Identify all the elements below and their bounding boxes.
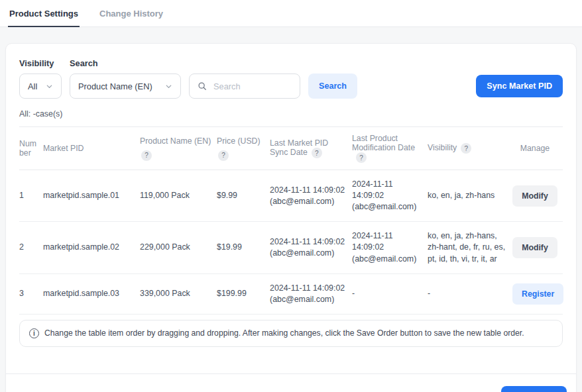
cell-last-sync-date: 2024-11-11 14:09:02 (abc@email.com)	[270, 170, 352, 222]
cell-visibility: -	[428, 273, 512, 314]
search-input[interactable]	[212, 81, 292, 92]
column-header-price-usd: Price (USD)?	[217, 127, 270, 170]
cell-manage: Modify	[512, 222, 563, 273]
tab-bar: Product Settings Change History	[0, 0, 582, 27]
table-row[interactable]: 2marketpid.sample.02229,000 Pack$19.9920…	[19, 222, 563, 273]
help-icon[interactable]: ?	[356, 152, 367, 163]
column-header-manage: Manage	[512, 127, 563, 170]
visibility-label: Visibility	[19, 58, 62, 68]
column-header-label: Manage	[520, 144, 550, 153]
chevron-down-icon	[46, 83, 53, 90]
cell-last-modified-date: 2024-11-11 14:09:02 (abc@email.com)	[352, 170, 428, 222]
column-header-market-pid: Market PID	[43, 127, 140, 170]
search-label: Search	[70, 58, 357, 68]
table-body: 1marketpid.sample.01119,000 Pack$9.99202…	[19, 170, 563, 315]
chevron-down-icon	[165, 83, 172, 90]
table-row[interactable]: 3marketpid.sample.03339,000 Pack$199.992…	[19, 273, 563, 314]
drag-drop-notice: i Change the table item order by draggin…	[19, 320, 563, 347]
cell-market-pid: marketpid.sample.01	[43, 170, 140, 222]
tab-product-settings[interactable]: Product Settings	[8, 0, 80, 27]
column-header-label: Product Name (EN)	[140, 136, 211, 146]
cell-price: $9.99	[217, 170, 270, 222]
save-order-button[interactable]: Save Order	[501, 386, 567, 392]
cell-product-name: 339,000 Pack	[140, 273, 217, 314]
column-header-label: Market PID	[43, 144, 84, 153]
filter-bar: Visibility All Search Product Name (EN)	[6, 44, 576, 99]
modify-button[interactable]: Modify	[512, 237, 557, 258]
help-icon[interactable]: ?	[312, 148, 322, 158]
search-field-select[interactable]: Product Name (EN)	[70, 74, 181, 99]
table-header-row: NumberMarket PIDProduct Name (EN)?Price …	[19, 127, 563, 170]
column-header-last-product-modification-date: Last Product Modification Date?	[352, 127, 428, 170]
column-header-label: Number	[19, 139, 36, 158]
search-button[interactable]: Search	[308, 74, 357, 99]
cell-last-modified-date: 2024-11-11 14:09:02 (abc@email.com)	[352, 222, 428, 273]
cell-last-modified-date: -	[352, 273, 428, 314]
cell-market-pid: marketpid.sample.02	[43, 222, 140, 273]
page: Visibility All Search Product Name (EN)	[0, 27, 582, 392]
cell-product-name: 229,000 Pack	[140, 222, 217, 273]
cell-market-pid: marketpid.sample.03	[43, 273, 140, 314]
cell-manage: Modify	[512, 170, 563, 222]
cell-number: 3	[19, 273, 43, 314]
column-header-number: Number	[19, 127, 43, 170]
cell-visibility: ko, en, ja, zh-hans	[428, 170, 512, 222]
column-header-label: Visibility	[428, 143, 457, 152]
visibility-select[interactable]: All	[19, 74, 62, 99]
cell-price: $199.99	[217, 273, 270, 314]
search-filter-group: Search Product Name (EN) Searc	[70, 58, 357, 99]
cell-price: $19.99	[217, 222, 270, 273]
cell-manage: Register	[512, 273, 563, 314]
result-count: All: -case(s)	[6, 99, 576, 126]
search-field-select-value: Product Name (EN)	[78, 81, 152, 91]
modify-button[interactable]: Modify	[512, 185, 557, 207]
help-icon[interactable]: ?	[218, 150, 229, 161]
help-icon[interactable]: ?	[141, 150, 152, 161]
product-table: NumberMarket PIDProduct Name (EN)?Price …	[19, 126, 563, 315]
sync-market-pid-button[interactable]: Sync Market PID	[476, 75, 563, 97]
visibility-select-value: All	[28, 81, 37, 91]
column-header-visibility: Visibility?	[428, 127, 512, 170]
column-header-last-market-pid-sync-date: Last Market PID Sync Date?	[270, 127, 352, 170]
help-icon[interactable]: ?	[461, 143, 471, 154]
cell-last-sync-date: 2024-11-11 14:09:02 (abc@email.com)	[270, 222, 352, 273]
info-icon: i	[29, 328, 39, 338]
cell-number: 1	[19, 170, 43, 222]
card-footer: Save Order	[6, 373, 576, 392]
search-icon	[198, 81, 207, 91]
cell-number: 2	[19, 222, 43, 273]
visibility-filter-group: Visibility All	[19, 58, 62, 99]
tab-change-history[interactable]: Change History	[98, 0, 164, 26]
cell-last-sync-date: 2024-11-11 14:09:02 (abc@email.com)	[270, 273, 352, 314]
drag-drop-notice-text: Change the table item order by dragging …	[44, 328, 524, 338]
cell-visibility: ko, en, ja, zh-hans, zh-hant, de, fr, ru…	[428, 222, 512, 273]
column-header-product-name-en: Product Name (EN)?	[140, 127, 217, 170]
product-settings-panel: Visibility All Search Product Name (EN)	[5, 43, 577, 392]
column-header-label: Price (USD)	[217, 136, 261, 146]
register-button[interactable]: Register	[512, 283, 563, 305]
table-row[interactable]: 1marketpid.sample.01119,000 Pack$9.99202…	[19, 170, 563, 222]
cell-product-name: 119,000 Pack	[140, 170, 217, 222]
column-header-label: Last Product Modification Date	[352, 134, 415, 152]
search-box	[189, 74, 300, 99]
